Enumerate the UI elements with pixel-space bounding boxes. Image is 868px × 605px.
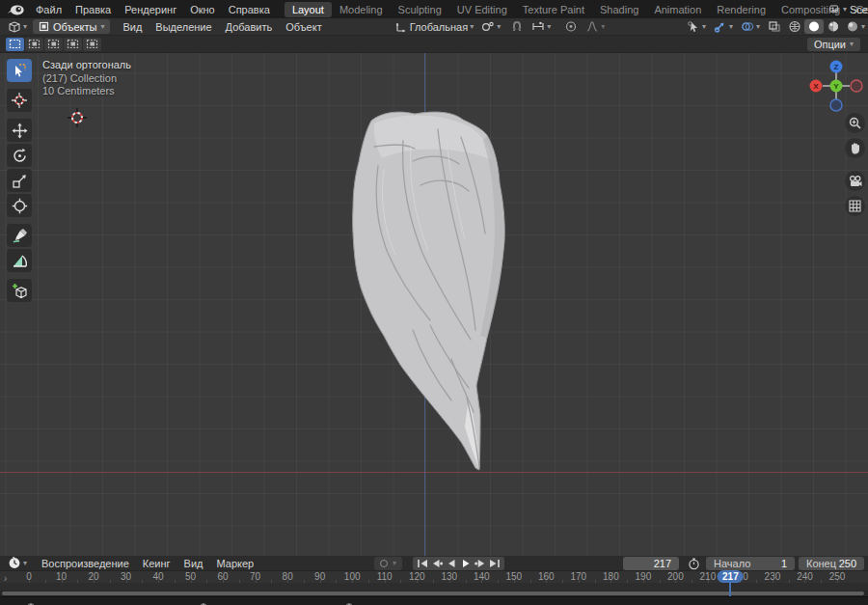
- mouse-icon: [27, 600, 35, 605]
- menu-файл[interactable]: Файл: [29, 2, 68, 17]
- viewport-menu-вид[interactable]: Вид: [116, 21, 149, 33]
- mode-selector[interactable]: Объекты ▾: [33, 19, 110, 34]
- menu-рендеринг[interactable]: Рендеринг: [118, 2, 183, 17]
- chevron-down-icon: ▾: [470, 23, 474, 31]
- mouse-icon: [200, 600, 207, 605]
- play-button[interactable]: [459, 558, 473, 569]
- pan-view-button[interactable]: [845, 138, 865, 158]
- tab-animation[interactable]: Animation: [646, 2, 709, 17]
- current-frame-field[interactable]: 217: [623, 557, 679, 570]
- menu-окно[interactable]: Окно: [183, 2, 222, 17]
- select-mode-subtract[interactable]: [44, 38, 63, 51]
- shading-wireframe-icon: [788, 20, 801, 33]
- snap-target-button[interactable]: ▾: [528, 20, 555, 33]
- viewport-menu-добавить[interactable]: Добавить: [219, 21, 280, 33]
- tool-move-button[interactable]: [7, 119, 32, 142]
- zoom-view-button[interactable]: [845, 113, 865, 133]
- tab-shading[interactable]: Shading: [592, 2, 646, 17]
- viewport-menu-выделение[interactable]: Выделение: [149, 21, 218, 33]
- timeline-menu-вид[interactable]: Вид: [177, 558, 210, 569]
- stopwatch-icon[interactable]: [688, 558, 700, 570]
- timeline-editor-type-button[interactable]: ▾: [4, 557, 31, 569]
- editor-type-button[interactable]: ▾: [4, 20, 31, 33]
- shading-material-button[interactable]: [824, 20, 843, 33]
- navigation-gizmo[interactable]: Z X Y: [808, 58, 864, 114]
- jump-start-button[interactable]: [416, 558, 429, 569]
- axis-x-negative[interactable]: [851, 80, 862, 92]
- tool-measure-button[interactable]: [7, 249, 32, 272]
- tool-add-cube-button[interactable]: [7, 279, 32, 302]
- playhead-frame-badge[interactable]: 217: [718, 570, 744, 583]
- scene-selector[interactable]: ▾ Sce: [826, 0, 868, 18]
- viewport-header: ▾ Объекты ▾ ВидВыделениеДобавитьОбъект Г…: [0, 18, 868, 36]
- viewport-menu-объект[interactable]: Объект: [279, 21, 328, 33]
- object-visibility-dropdown[interactable]: ▾: [683, 20, 710, 33]
- tab-texture-paint[interactable]: Texture Paint: [515, 2, 592, 17]
- camera-view-button[interactable]: [845, 171, 865, 191]
- menu-справка[interactable]: Справка: [222, 2, 277, 17]
- select-mode-extend[interactable]: [25, 38, 43, 51]
- proportional-edit-icon: [564, 20, 578, 33]
- overlays-icon: [741, 20, 754, 33]
- wing-model[interactable]: [345, 108, 519, 477]
- frame-end-field[interactable]: Конец 250: [799, 557, 864, 570]
- auto-keying-group[interactable]: ▾: [374, 557, 402, 570]
- next-keyframe-button[interactable]: [474, 558, 487, 569]
- shading-rendered-button[interactable]: ▾: [843, 20, 868, 33]
- timeline-scrollbar[interactable]: [2, 591, 864, 595]
- transform-orientation[interactable]: Глобальная ▾: [391, 20, 477, 33]
- tab-uv-editing[interactable]: UV Editing: [449, 2, 515, 17]
- tab-sculpting[interactable]: Sculpting: [391, 2, 449, 17]
- frame-start-field[interactable]: Начало 1: [706, 557, 795, 570]
- show-overlays-toggle[interactable]: ▾: [737, 20, 764, 33]
- timeline-collapse-arrow[interactable]: ›: [4, 573, 7, 584]
- proportional-falloff-button[interactable]: ▾: [582, 20, 609, 33]
- shading-rendered-icon: [846, 20, 859, 33]
- viewport-info-overlay: Сзади ортогональ(217) Collection10 Centi…: [42, 59, 131, 98]
- pivot-point-button[interactable]: ▾: [477, 20, 504, 33]
- play-reverse-button[interactable]: [445, 558, 458, 569]
- chevron-down-icon: ▾: [497, 23, 501, 31]
- tool-annotate-button[interactable]: [7, 224, 32, 247]
- grid-view-button[interactable]: [845, 196, 865, 216]
- timeline-menu-воспроизведение[interactable]: Воспроизведение: [35, 558, 136, 569]
- tab-layout[interactable]: Layout: [285, 2, 332, 17]
- tab-rendering[interactable]: Rendering: [709, 2, 773, 17]
- options-button[interactable]: Опции ▾: [807, 38, 860, 51]
- tab-modeling[interactable]: Modeling: [332, 2, 391, 17]
- options-label: Опции: [814, 39, 846, 50]
- snap-toggle[interactable]: [506, 20, 528, 33]
- current-frame-value: 217: [654, 558, 671, 569]
- tool-cursor-button[interactable]: [7, 89, 32, 112]
- select-mode-intersect[interactable]: [83, 38, 101, 51]
- chevron-down-icon: ▾: [850, 41, 854, 48]
- timeline-menu-маркер[interactable]: Маркер: [210, 558, 261, 569]
- proportional-editing-toggle[interactable]: [560, 20, 582, 33]
- axis-z-negative[interactable]: [830, 99, 842, 111]
- show-gizmos-toggle[interactable]: ▾: [710, 20, 737, 33]
- tool-scale-button[interactable]: [7, 169, 32, 192]
- timeline-menu-кеинг[interactable]: Кеинг: [136, 558, 177, 569]
- viewport-3d[interactable]: Сзади ортогональ(217) Collection10 Centi…: [0, 53, 868, 556]
- viewport-editor-icon: [8, 20, 21, 33]
- tool-select-box-button[interactable]: [7, 59, 32, 82]
- jump-end-button[interactable]: [488, 558, 502, 569]
- falloff-curve-icon: [585, 20, 599, 33]
- tool-transform-button[interactable]: [7, 194, 32, 217]
- tool-settings-bar: [0, 36, 868, 53]
- shading-solid-button[interactable]: [804, 19, 824, 34]
- magnet-icon: [510, 20, 524, 33]
- toggle-xray-button[interactable]: [764, 20, 785, 33]
- chevron-down-icon: ▾: [393, 560, 396, 567]
- tool-rotate-button[interactable]: [7, 144, 32, 167]
- select-mode-invert[interactable]: [64, 38, 82, 51]
- menu-правка[interactable]: Правка: [68, 2, 118, 17]
- timeline-track-area[interactable]: [0, 583, 868, 591]
- chevron-down-icon: ▾: [729, 23, 733, 31]
- frame-end-label: Конец: [806, 558, 836, 569]
- playback-controls: [413, 557, 504, 570]
- shading-wireframe-button[interactable]: [785, 20, 804, 33]
- object-visibility-icon: [687, 20, 700, 33]
- select-mode-set[interactable]: [6, 38, 24, 51]
- prev-keyframe-button[interactable]: [430, 558, 444, 569]
